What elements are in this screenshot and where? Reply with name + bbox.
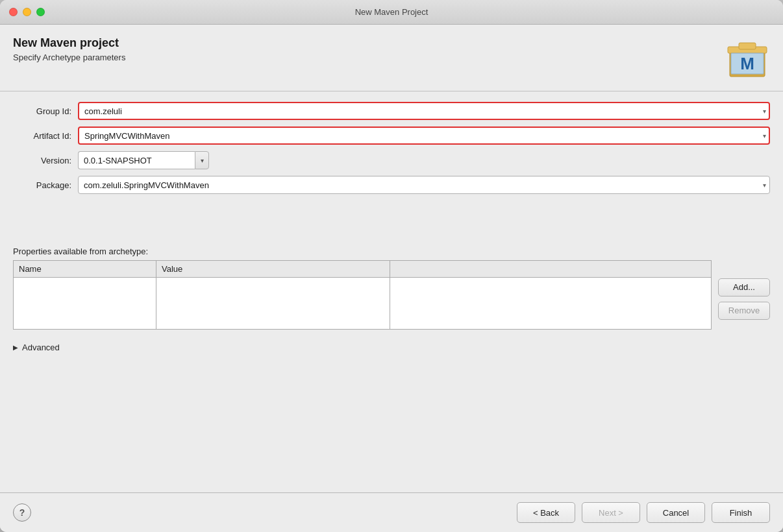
nav-buttons: < Back Next > Cancel Finish [517, 502, 770, 523]
maximize-button[interactable] [36, 8, 45, 16]
minimize-button[interactable] [23, 8, 31, 16]
spacer [0, 359, 783, 493]
artifact-id-input-wrap: ▾ [78, 127, 770, 145]
col-name-header: Name [14, 260, 156, 277]
version-label: Version: [13, 156, 71, 165]
group-id-input[interactable] [78, 102, 770, 120]
version-wrap: ▾ [78, 151, 209, 169]
page-subtitle: Specify Archetype parameters [13, 53, 125, 62]
version-input[interactable] [78, 151, 195, 169]
header-text: New Maven project Specify Archetype para… [13, 36, 125, 62]
add-button[interactable]: Add... [718, 278, 770, 296]
cancel-button[interactable]: Cancel [647, 502, 705, 523]
package-label: Package: [13, 180, 71, 190]
close-button[interactable] [9, 8, 18, 16]
advanced-label: Advanced [22, 343, 60, 352]
properties-table-container: Name Value [13, 260, 712, 330]
maven-icon: M [725, 36, 770, 82]
svg-text:M: M [740, 54, 754, 73]
remove-button[interactable]: Remove [718, 302, 770, 320]
properties-table-area: Name Value [13, 260, 770, 330]
col-extra-header [390, 260, 712, 277]
form-section: Group Id: ▾ Artifact Id: ▾ Version: [0, 91, 783, 247]
version-dropdown-button[interactable]: ▾ [195, 151, 209, 169]
advanced-section[interactable]: ▶ Advanced [0, 336, 783, 359]
window-controls [9, 8, 45, 16]
next-button[interactable]: Next > [582, 502, 640, 523]
group-id-input-wrap: ▾ [78, 102, 770, 120]
empty-value-cell [156, 277, 390, 329]
properties-table: Name Value [13, 260, 712, 330]
group-id-row: Group Id: ▾ [13, 102, 770, 120]
titlebar: New Maven Project [0, 0, 783, 25]
page-title: New Maven project [13, 36, 125, 50]
empty-row [14, 277, 712, 329]
col-value-header: Value [156, 260, 390, 277]
artifact-id-label: Artifact Id: [13, 131, 71, 141]
artifact-id-input[interactable] [78, 127, 770, 145]
package-input-wrap: ▾ [78, 176, 770, 194]
package-row: Package: ▾ [13, 176, 770, 194]
header-section: New Maven project Specify Archetype para… [0, 25, 783, 91]
properties-label: Properties available from archetype: [13, 247, 770, 256]
window-title: New Maven Project [355, 7, 429, 17]
version-row: Version: ▾ [13, 151, 770, 169]
group-id-label: Group Id: [13, 106, 71, 116]
empty-extra-cell [390, 277, 712, 329]
help-button[interactable]: ? [13, 503, 31, 522]
package-input[interactable] [78, 176, 770, 194]
table-action-buttons: Add... Remove [718, 260, 770, 330]
advanced-arrow-icon: ▶ [13, 344, 18, 351]
main-window: New Maven Project New Maven project Spec… [0, 0, 783, 532]
content-area: New Maven project Specify Archetype para… [0, 25, 783, 532]
artifact-id-row: Artifact Id: ▾ [13, 127, 770, 145]
bottom-bar: ? < Back Next > Cancel Finish [0, 493, 783, 532]
back-button[interactable]: < Back [517, 502, 575, 523]
empty-name-cell [14, 277, 156, 329]
finish-button[interactable]: Finish [712, 502, 770, 523]
svg-rect-2 [739, 43, 756, 49]
properties-area: Properties available from archetype: Nam… [0, 247, 783, 336]
